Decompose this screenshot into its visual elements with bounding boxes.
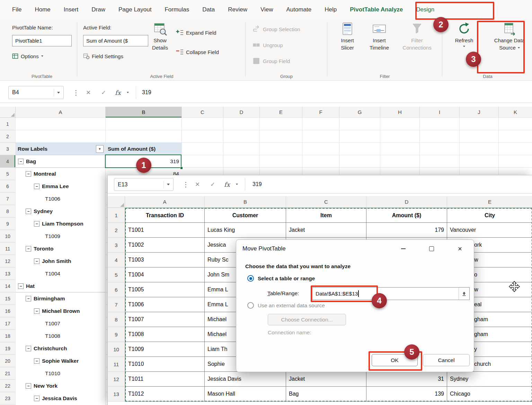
overlay-row-header-4[interactable]: 4 xyxy=(108,253,125,267)
pivot-row-label[interactable]: −Sydney xyxy=(16,205,105,218)
pivot-row-label[interactable]: T1009 xyxy=(16,230,105,243)
overlay-row-header-8[interactable]: 8 xyxy=(108,312,125,327)
row-header-6[interactable]: 6 xyxy=(0,180,16,193)
overlay-column-header-B[interactable]: B xyxy=(205,196,286,208)
overlay-column-header-A[interactable]: A xyxy=(125,196,205,208)
column-header-J[interactable]: J xyxy=(460,107,499,118)
choose-connection-button[interactable]: Choose Connection... xyxy=(268,314,346,325)
ribbon-tab-view[interactable]: View xyxy=(254,0,280,19)
column-header-A[interactable]: A xyxy=(16,107,106,118)
table-cell[interactable]: Bag xyxy=(286,387,366,402)
ribbon-tab-help[interactable]: Help xyxy=(318,0,343,19)
enter-icon[interactable]: ✓ xyxy=(101,82,106,103)
cancel-icon[interactable]: ✕ xyxy=(195,175,200,193)
row-header-11[interactable]: 11 xyxy=(0,243,16,255)
more-options-icon[interactable]: ⋮ xyxy=(183,175,189,193)
table-cell[interactable]: Jessica Davis xyxy=(205,372,286,387)
pivot-row-label[interactable]: −Christchurch xyxy=(16,342,105,355)
radio-unselected-icon[interactable] xyxy=(247,302,254,309)
minimize-button[interactable] xyxy=(395,240,411,258)
column-header-B[interactable]: B xyxy=(106,107,182,118)
row-header-4[interactable]: 4 xyxy=(0,155,16,168)
collapse-button[interactable]: − xyxy=(34,184,39,189)
pivot-row-label[interactable]: −Michael Brown xyxy=(16,305,105,317)
table-cell[interactable]: T1008 xyxy=(125,327,205,342)
field-settings-button[interactable]: Field Settings xyxy=(83,53,123,59)
ribbon-tab-automate[interactable]: Automate xyxy=(280,0,318,19)
row-header-18[interactable]: 18 xyxy=(0,330,16,342)
pivot-row-label[interactable]: −Sophie Walker xyxy=(16,355,105,367)
column-header-D[interactable]: D xyxy=(223,107,260,118)
pivot-row-label[interactable]: −Jessica Davis xyxy=(16,392,105,405)
collapse-field-button[interactable]: Collapse Field xyxy=(176,49,219,55)
pivot-row-label[interactable]: −Liam Thompson xyxy=(16,218,105,230)
pivot-row-label[interactable]: −Toronto xyxy=(16,243,105,255)
overlay-row-header-6[interactable]: 6 xyxy=(108,282,125,297)
pivot-row-label[interactable]: −Bag xyxy=(16,155,105,168)
insert-function-icon[interactable]: fx xyxy=(224,175,230,193)
overlay-column-header-C[interactable]: C xyxy=(286,196,366,208)
active-field-value-box[interactable]: Sum of Amount ($ xyxy=(83,35,148,46)
row-header-21[interactable]: 21 xyxy=(0,367,16,380)
expand-field-button[interactable]: Expand Field xyxy=(176,29,216,36)
table-cell[interactable]: 179 xyxy=(366,223,447,238)
ribbon-tab-file[interactable]: File xyxy=(6,0,28,19)
ribbon-tab-pivottable-analyze[interactable]: PivotTable Analyze xyxy=(343,0,409,19)
group-field-button[interactable]: 7 Group Field xyxy=(252,57,290,65)
table-cell[interactable]: Jacket xyxy=(286,223,366,238)
collapse-button[interactable]: − xyxy=(26,171,31,177)
pivot-row-label[interactable]: −Hat xyxy=(16,280,105,292)
table-cell[interactable]: Vancouver xyxy=(447,223,532,238)
overlay-row-header-2[interactable]: 2 xyxy=(108,223,125,238)
row-header-16[interactable]: 16 xyxy=(0,305,16,317)
overlay-select-all-corner[interactable] xyxy=(108,196,125,208)
row-header-5[interactable]: 5 xyxy=(0,168,16,180)
row-header-1[interactable]: 1 xyxy=(0,118,16,130)
chevron-down-icon[interactable] xyxy=(127,82,129,103)
column-header-K[interactable]: K xyxy=(499,107,532,118)
cancel-icon[interactable]: ✕ xyxy=(86,82,91,103)
row-header-20[interactable]: 20 xyxy=(0,355,16,367)
filter-dropdown-button[interactable]: ▼ xyxy=(96,145,104,153)
row-header-13[interactable]: 13 xyxy=(0,267,16,280)
overlay-row-header-3[interactable]: 3 xyxy=(108,238,125,253)
collapse-button[interactable]: − xyxy=(34,258,39,264)
ribbon-tab-draw[interactable]: Draw xyxy=(85,0,112,19)
collapse-button[interactable]: − xyxy=(26,209,31,214)
group-selection-button[interactable]: Group Selection xyxy=(252,25,300,33)
row-header-2[interactable]: 2 xyxy=(0,130,16,143)
table-cell[interactable]: T1003 xyxy=(125,253,205,267)
ribbon-tab-insert[interactable]: Insert xyxy=(57,0,85,19)
filter-connections-button[interactable]: Filter Connections xyxy=(397,22,437,51)
name-box[interactable]: B4 xyxy=(8,86,64,99)
pivot-row-label[interactable]: −Montreal xyxy=(16,168,105,180)
table-cell[interactable]: Lucas King xyxy=(205,223,286,238)
pivot-row-label[interactable]: −John Smith xyxy=(16,255,105,267)
column-header-F[interactable]: F xyxy=(302,107,339,118)
ungroup-button[interactable]: Ungroup xyxy=(252,41,283,49)
table-cell[interactable]: Chicago xyxy=(447,387,532,402)
table-cell[interactable]: T1011 xyxy=(125,372,205,387)
chevron-down-icon[interactable] xyxy=(236,175,238,193)
table-header-cell[interactable]: City xyxy=(447,208,532,223)
radio-external-source[interactable]: Use an external data source xyxy=(247,302,325,309)
collapse-dialog-button[interactable] xyxy=(459,288,469,300)
overlay-row-header-13[interactable]: 13 xyxy=(108,387,125,402)
collapse-button[interactable]: − xyxy=(26,346,31,351)
ribbon-tab-home[interactable]: Home xyxy=(28,0,57,19)
enter-icon[interactable]: ✓ xyxy=(210,175,215,193)
collapse-button[interactable]: − xyxy=(34,308,39,314)
table-range-input[interactable]: Data!$A$1:$E$13 xyxy=(312,287,470,300)
overlay-row-header-1[interactable]: 1 xyxy=(108,208,125,223)
row-header-23[interactable]: 23 xyxy=(0,392,16,405)
table-cell[interactable]: T1007 xyxy=(125,312,205,327)
collapse-button[interactable]: − xyxy=(18,159,24,164)
table-cell[interactable]: T1004 xyxy=(125,267,205,282)
row-header-19[interactable]: 19 xyxy=(0,342,16,355)
radio-selected-icon[interactable] xyxy=(247,275,254,282)
row-header-17[interactable]: 17 xyxy=(0,317,16,330)
show-details-button[interactable]: Show Details xyxy=(148,22,172,51)
overlay-column-header-E[interactable]: E xyxy=(447,196,532,208)
overlay-row-header-7[interactable]: 7 xyxy=(108,297,125,312)
column-header-E[interactable]: E xyxy=(260,107,302,118)
